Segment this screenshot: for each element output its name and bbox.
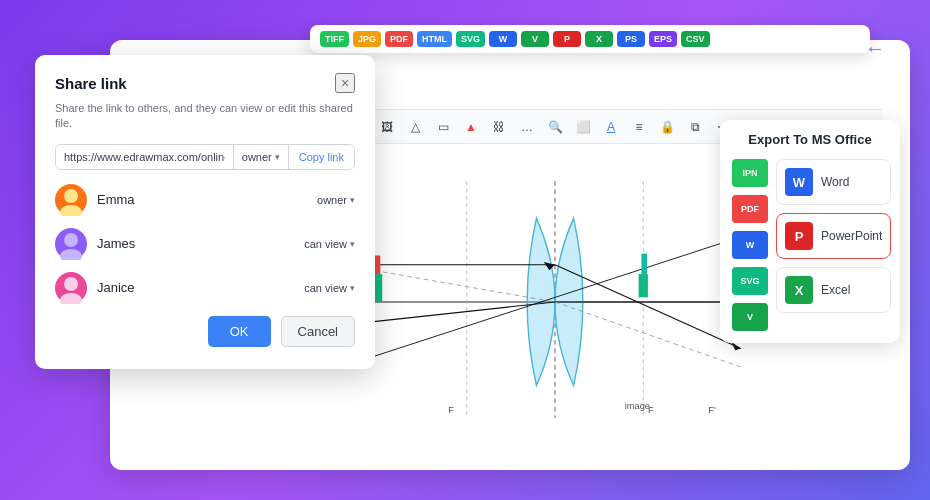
format-jpg[interactable]: JPG: [353, 31, 381, 47]
powerpoint-label: PowerPoint: [821, 229, 882, 243]
link-role-label: owner: [242, 151, 272, 163]
user-role-label-james: can view: [304, 238, 347, 250]
link-row: owner ▾ Copy link: [55, 144, 355, 170]
svg-rect-16: [375, 255, 381, 274]
user-role-label-emma: owner: [317, 194, 347, 206]
export-icon-svg-small[interactable]: SVG: [732, 267, 768, 295]
dialog-description: Share the link to others, and they can v…: [55, 101, 355, 132]
user-role-label-janice: can view: [304, 282, 347, 294]
line2-tool[interactable]: ≡: [628, 116, 650, 138]
close-button[interactable]: ×: [335, 73, 355, 93]
user-role-chevron-james: ▾: [350, 239, 355, 249]
format-csv[interactable]: CSV: [681, 31, 710, 47]
user-role-james[interactable]: can view ▾: [304, 238, 355, 250]
dialog-header: Share link ×: [55, 73, 355, 93]
export-left-icons: IPN PDF W SVG V: [732, 159, 768, 331]
user-row-emma: Emma owner ▾: [55, 184, 355, 216]
user-role-chevron-janice: ▾: [350, 283, 355, 293]
powerpoint-icon: P: [785, 222, 813, 250]
format-p[interactable]: P: [553, 31, 581, 47]
svg-text:F: F: [648, 405, 654, 415]
format-word[interactable]: W: [489, 31, 517, 47]
dialog-title: Share link: [55, 75, 127, 92]
format-toolbar: TIFF JPG PDF HTML SVG W V P X PS EPS CSV: [310, 25, 870, 53]
svg-marker-6: [732, 342, 741, 350]
user-role-emma[interactable]: owner ▾: [317, 194, 355, 206]
excel-icon: X: [785, 276, 813, 304]
link-tool[interactable]: ⛓: [488, 116, 510, 138]
svg-text:F': F': [708, 405, 716, 415]
word-icon: W: [785, 168, 813, 196]
export-icon-v-small[interactable]: V: [732, 303, 768, 331]
fill-tool[interactable]: ▲: [460, 116, 482, 138]
link-role-chevron: ▾: [275, 152, 280, 162]
crop-tool[interactable]: ⧉: [684, 116, 706, 138]
toolbar-arrow: ←: [865, 37, 885, 60]
svg-text:F: F: [448, 405, 454, 415]
link-role-dropdown[interactable]: owner ▾: [233, 145, 288, 169]
svg-point-29: [60, 249, 82, 260]
user-name-james: James: [97, 236, 304, 251]
dialog-actions: OK Cancel: [55, 316, 355, 347]
svg-point-30: [64, 277, 78, 291]
ok-button[interactable]: OK: [208, 316, 271, 347]
avatar-janice: [55, 272, 87, 304]
export-excel-card[interactable]: X Excel: [776, 267, 891, 313]
format-eps[interactable]: EPS: [649, 31, 677, 47]
zoom-in[interactable]: 🔍: [544, 116, 566, 138]
user-role-chevron-emma: ▾: [350, 195, 355, 205]
avatar-james: [55, 228, 87, 260]
copy-link-button[interactable]: Copy link: [288, 145, 354, 169]
share-dialog: Share link × Share the link to others, a…: [35, 55, 375, 369]
excel-label: Excel: [821, 283, 850, 297]
svg-point-26: [64, 189, 78, 203]
svg-text:image: image: [625, 401, 650, 411]
export-panel-title: Export To MS Office: [732, 132, 888, 147]
format-svg[interactable]: SVG: [456, 31, 485, 47]
user-role-janice[interactable]: can view ▾: [304, 282, 355, 294]
format-v[interactable]: V: [521, 31, 549, 47]
format-tiff[interactable]: TIFF: [320, 31, 349, 47]
export-word-card[interactable]: W Word: [776, 159, 891, 205]
format-ps[interactable]: PS: [617, 31, 645, 47]
format-html[interactable]: HTML: [417, 31, 452, 47]
format-pdf[interactable]: PDF: [385, 31, 413, 47]
export-icon-pdf[interactable]: PDF: [732, 195, 768, 223]
svg-point-28: [64, 233, 78, 247]
svg-line-14: [555, 302, 741, 367]
link-input[interactable]: [56, 145, 233, 169]
avatar-emma: [55, 184, 87, 216]
chart-tool[interactable]: △: [404, 116, 426, 138]
user-name-emma: Emma: [97, 192, 317, 207]
svg-rect-17: [639, 274, 648, 297]
export-powerpoint-card[interactable]: P PowerPoint: [776, 213, 891, 259]
word-label: Word: [821, 175, 849, 189]
svg-point-27: [60, 205, 82, 216]
export-options: IPN PDF W SVG V W Word P PowerPoint X Ex…: [732, 159, 888, 331]
user-row-james: James can view ▾: [55, 228, 355, 260]
user-row-janice: Janice can view ▾: [55, 272, 355, 304]
pen-tool[interactable]: A: [600, 116, 622, 138]
cancel-button[interactable]: Cancel: [281, 316, 355, 347]
export-right-cards: W Word P PowerPoint X Excel: [776, 159, 891, 331]
export-panel: Export To MS Office IPN PDF W SVG V W Wo…: [720, 120, 900, 343]
export-icon-ipn[interactable]: IPN: [732, 159, 768, 187]
user-name-janice: Janice: [97, 280, 304, 295]
lock-tool[interactable]: 🔒: [656, 116, 678, 138]
line-tool[interactable]: ▭: [432, 116, 454, 138]
extra-tool[interactable]: …: [516, 116, 538, 138]
image-tool[interactable]: 🖼: [376, 116, 398, 138]
format-x[interactable]: X: [585, 31, 613, 47]
svg-rect-18: [641, 254, 647, 274]
export-icon-word-small[interactable]: W: [732, 231, 768, 259]
svg-point-31: [60, 293, 82, 304]
frame-tool[interactable]: ⬜: [572, 116, 594, 138]
